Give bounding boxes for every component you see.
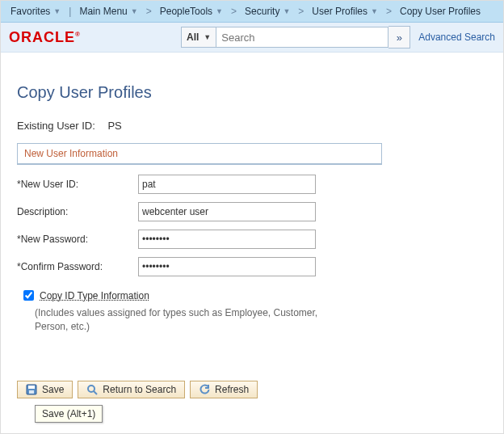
- confirm-password-input[interactable]: [138, 257, 316, 276]
- new-user-id-input[interactable]: [138, 175, 316, 194]
- crumb-label: Security: [245, 6, 279, 17]
- crumb-separator: |: [67, 6, 73, 17]
- panel-header: New User Information: [18, 144, 381, 164]
- crumb-copy-user-profiles[interactable]: Copy User Profiles: [393, 4, 487, 19]
- description-label: Description:: [17, 206, 138, 217]
- search-icon: [86, 384, 98, 395]
- copy-id-type-checkbox[interactable]: [23, 290, 34, 301]
- double-chevron-icon: »: [397, 32, 402, 44]
- refresh-label: Refresh: [215, 384, 249, 395]
- search-bar: ORACLE® All ▼ » Advanced Search: [1, 23, 503, 53]
- new-user-form: New User ID: Description: New Password: …: [17, 175, 487, 334]
- crumb-chevron: >: [296, 6, 305, 17]
- chevron-down-icon: ▼: [371, 7, 378, 15]
- search-go-button[interactable]: »: [388, 26, 410, 48]
- crumb-main-menu[interactable]: Main Menu ▼: [73, 4, 144, 19]
- breadcrumb-bar: Favorites ▼ | Main Menu ▼ > PeopleTools …: [1, 1, 503, 23]
- crumb-favorites[interactable]: Favorites ▼: [4, 4, 67, 19]
- crumb-security[interactable]: Security ▼: [238, 4, 296, 19]
- save-label: Save: [42, 384, 64, 395]
- search-input[interactable]: [216, 27, 388, 48]
- existing-user-row: Existing User ID: PS: [17, 120, 487, 132]
- search-scope-select[interactable]: All ▼: [181, 27, 216, 48]
- svg-rect-2: [29, 390, 34, 394]
- new-user-panel: New User Information: [17, 143, 382, 165]
- new-password-label: New Password:: [17, 234, 138, 245]
- crumb-chevron: >: [229, 6, 238, 17]
- crumb-label: Favorites: [10, 6, 50, 17]
- chevron-down-icon: ▼: [216, 7, 223, 15]
- crumb-label: Main Menu: [79, 6, 127, 17]
- save-tooltip: Save (Alt+1): [35, 405, 103, 423]
- return-to-search-button[interactable]: Return to Search: [78, 381, 185, 398]
- copy-id-type-label[interactable]: Copy ID Type Information: [40, 290, 149, 301]
- existing-user-label: Existing User ID:: [17, 120, 95, 132]
- refresh-button[interactable]: Refresh: [190, 381, 258, 398]
- svg-line-4: [94, 391, 97, 394]
- crumb-label: PeopleTools: [160, 6, 212, 17]
- crumb-label: Copy User Profiles: [400, 6, 481, 17]
- save-icon: [26, 384, 37, 395]
- crumb-user-profiles[interactable]: User Profiles ▼: [305, 4, 384, 19]
- svg-rect-1: [28, 386, 35, 389]
- chevron-down-icon: ▼: [283, 7, 290, 15]
- crumb-peopletools[interactable]: PeopleTools ▼: [153, 4, 229, 19]
- crumb-chevron: >: [145, 6, 153, 17]
- advanced-search-link[interactable]: Advanced Search: [418, 32, 495, 43]
- chevron-down-icon: ▼: [131, 7, 138, 15]
- svg-point-3: [88, 386, 94, 392]
- crumb-chevron: >: [384, 6, 393, 17]
- oracle-logo: ORACLE®: [9, 29, 81, 46]
- save-button[interactable]: Save: [17, 381, 73, 398]
- brand-text: ORACLE: [9, 29, 75, 45]
- refresh-icon: [199, 384, 210, 395]
- main-content: Copy User Profiles Existing User ID: PS …: [1, 53, 503, 398]
- confirm-password-label: Confirm Password:: [17, 261, 138, 272]
- return-label: Return to Search: [103, 384, 176, 395]
- crumb-label: User Profiles: [312, 6, 368, 17]
- copy-id-type-hint: (Includes values assigned for types such…: [35, 306, 326, 334]
- new-password-input[interactable]: [138, 230, 316, 249]
- page-title: Copy User Profiles: [17, 83, 487, 102]
- action-bar: Save Return to Search Refresh: [17, 381, 487, 398]
- chevron-down-icon: ▼: [53, 7, 61, 15]
- description-input[interactable]: [138, 202, 316, 221]
- chevron-down-icon: ▼: [204, 33, 211, 41]
- new-user-id-label: New User ID:: [17, 179, 138, 190]
- search-scope-label: All: [187, 32, 199, 43]
- existing-user-value: PS: [107, 120, 121, 132]
